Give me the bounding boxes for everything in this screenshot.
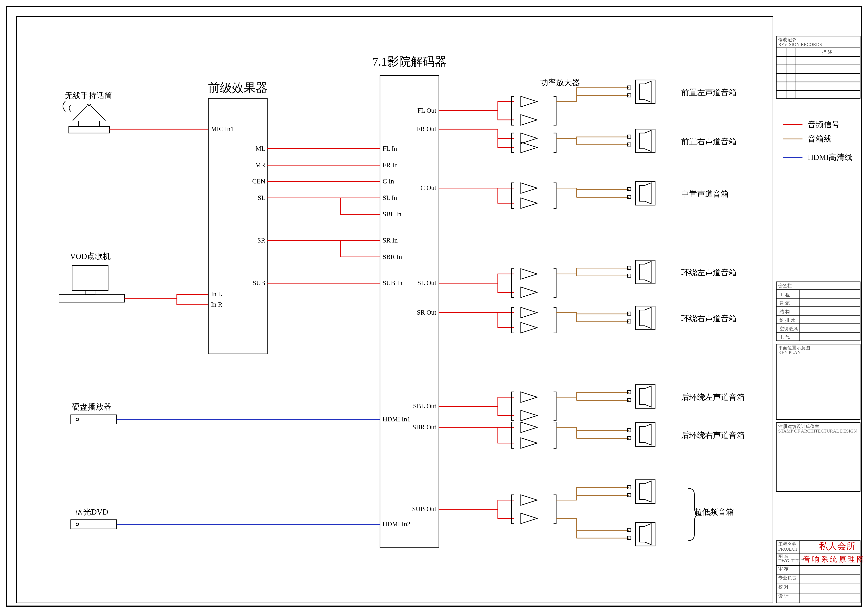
dec-in-fr: FR In [383,162,398,169]
drawing-area [16,16,773,603]
svg-text:KEY PLAN: KEY PLAN [778,350,801,355]
svg-point-7 [76,523,79,525]
svg-text:描  述: 描 述 [822,50,832,55]
hdd-icon [71,415,117,424]
dec-out-c: C Out [420,184,436,191]
spk-fl: 前置左声道音箱 [681,88,737,97]
svg-rect-5 [59,294,124,302]
wireless-mic-icon [63,101,110,133]
svg-text:结 构: 结 构 [780,309,790,314]
svg-text:REVISION RECORDS: REVISION RECORDS [778,42,822,47]
preamp-out-sl: SL [258,194,265,201]
preamp-out-cen: CEN [252,178,265,185]
svg-text:空调暖风: 空调暖风 [780,326,798,331]
dec-out-fr: FR Out [417,126,436,132]
mic-label: 无线手持话筒 [65,91,112,100]
vod-icon [59,266,124,302]
spk-sl: 环绕左声道音箱 [681,268,737,277]
hdmi-lines [117,420,380,524]
svg-rect-3 [72,266,108,291]
svg-text:图  名: 图 名 [778,553,789,559]
dwg-value: 音 响 系 统 原 理 图 [803,555,864,563]
legend-audio: 音频信号 [808,120,840,129]
preamp-in-r: In R [211,301,222,308]
dec-in-sr: SR In [383,237,398,244]
dec-in-sbr: SBR In [383,253,402,260]
amp-title: 功率放大器 [540,78,580,87]
spk-sbr: 后环绕右声道音箱 [681,431,745,440]
svg-text:DWG. TITLE: DWG. TITLE [778,558,804,563]
svg-text:给 排 水: 给 排 水 [780,318,795,323]
dec-in-sub: SUB In [383,279,403,286]
preamp-title: 前级效果器 [208,81,268,94]
dec-in-sl: SL In [383,194,397,201]
svg-rect-72 [776,344,860,420]
svg-text:工 程: 工 程 [780,292,790,297]
hdd-label: 硬盘播放器 [72,403,112,411]
dec-out-sbl: SBL Out [413,403,436,410]
spk-fr: 前置右声道音箱 [681,137,737,146]
svg-rect-0 [69,126,109,133]
dec-out-sl: SL Out [417,279,436,286]
svg-text:注册建筑设计单位章: 注册建筑设计单位章 [778,424,819,429]
preamp-in-l: In L [211,291,222,298]
svg-text:校 对: 校 对 [778,584,789,590]
vod-label: VOD点歌机 [70,252,111,261]
svg-text:设 计: 设 计 [778,594,789,599]
bluray-label: 蓝光DVD [75,508,108,516]
svg-text:建 筑: 建 筑 [779,300,790,306]
svg-text:PROJECT: PROJECT [778,546,798,552]
svg-rect-4 [85,290,95,294]
svg-point-6 [76,418,79,421]
svg-text:修改记录: 修改记录 [778,37,797,42]
decoder-title: 7.1影院解码器 [372,55,446,68]
dec-in-c: C In [383,178,394,185]
svg-text:专业负责: 专业负责 [778,575,797,580]
legend: 音频信号 音箱线 HDMI高清线 [783,120,852,162]
dec-out-sr: SR Out [417,309,436,316]
dec-in-fl: FL In [383,145,397,152]
preamp-out-ml: ML [256,145,265,152]
svg-text:STAMP OF ARCHITECTURAL DESIGN: STAMP OF ARCHITECTURAL DESIGN [778,428,857,434]
spk-sr: 环绕右声道音箱 [681,314,737,323]
svg-text:审 核: 审 核 [778,566,789,571]
preamp-out-sr: SR [257,237,265,244]
svg-text:平面位置示意图: 平面位置示意图 [778,345,810,350]
preamp-out-sub: SUB [253,279,265,286]
audio-lines [109,102,514,519]
dec-in-hdmi1: HDMI In1 [383,416,410,423]
spk-sub: 超低频音箱 [694,508,734,516]
dec-out-sub: SUB Out [412,505,436,513]
diagram-canvas: 无线手持话筒 VOD点歌机 硬盘播放器 蓝光DVD 前级效果器 MIC In1 … [0,0,868,613]
legend-spk: 音箱线 [808,135,832,143]
dec-out-sbr: SBR Out [412,424,436,431]
spk-c: 中置声道音箱 [681,190,729,198]
dec-out-fl: FL Out [417,107,436,114]
preamp-box [208,98,267,354]
legend-hdmi: HDMI高清线 [808,153,852,162]
project-value: 私人会所 [819,541,855,551]
spk-sbl: 后环绕左声道音箱 [681,393,745,402]
svg-text:工程名称: 工程名称 [778,542,797,547]
preamp-in-mic: MIC In1 [211,126,234,132]
dec-in-hdmi2: HDMI In2 [383,521,410,528]
bluray-icon [71,520,117,529]
preamp-out-mr: MR [255,162,265,169]
svg-text:会签栏: 会签栏 [778,283,792,288]
dec-in-sbl: SBL In [383,211,401,218]
svg-text:电 气: 电 气 [780,335,790,340]
amp-speaker-rows [512,80,655,546]
